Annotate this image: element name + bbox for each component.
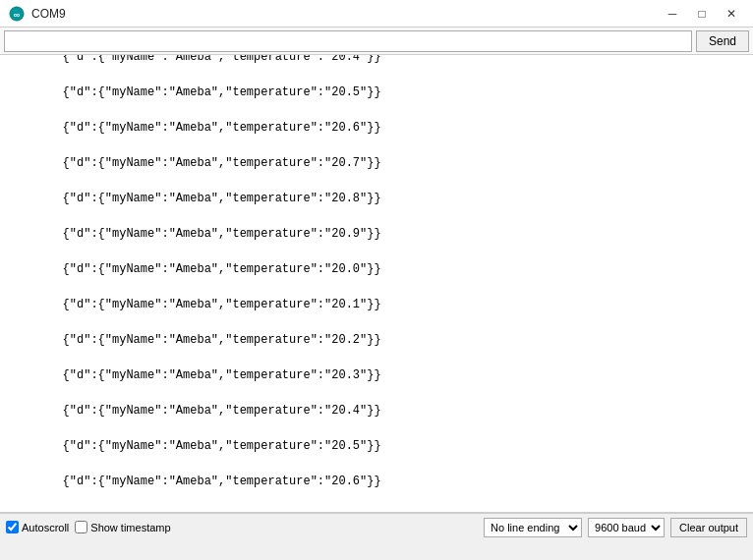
window-title: COM9 <box>31 7 659 21</box>
status-bar: Autoscroll Show timestamp No line ending… <box>0 513 753 540</box>
output-line: {"d":{"myName":"Ameba","temperature":"20… <box>6 402 747 420</box>
serial-output: clientId:d:quickstart:iotsample-ameba:ac… <box>0 55 753 513</box>
maximize-button[interactable]: □ <box>688 3 716 25</box>
clear-output-button[interactable]: Clear output <box>670 518 747 537</box>
output-line: {"d":{"myName":"Ameba","temperature":"20… <box>6 366 747 384</box>
line-ending-select[interactable]: No line ending Newline Carriage return B… <box>484 518 582 537</box>
output-line: {"d":{"myName":"Ameba","temperature":"20… <box>6 473 747 490</box>
output-line: {"d":{"myName":"Ameba","temperature":"20… <box>6 154 747 172</box>
minimize-button[interactable]: ─ <box>659 3 686 25</box>
output-line: {"d":{"myName":"Ameba","temperature":"20… <box>6 190 747 207</box>
baud-rate-select[interactable]: 300 1200 2400 4800 9600 baud 19200 38400… <box>588 518 665 537</box>
show-timestamp-label: Show timestamp <box>90 522 170 533</box>
output-line: {"d":{"myName":"Ameba","temperature":"20… <box>6 437 747 455</box>
serial-input[interactable] <box>4 30 692 52</box>
output-line: {"d":{"myName":"Ameba","temperature":"20… <box>6 260 747 278</box>
svg-text:∞: ∞ <box>14 10 21 20</box>
output-line: {"d":{"myName":"Ameba","temperature":"20… <box>6 119 747 137</box>
output-line: {"d":{"myName":"Ameba","temperature":"20… <box>6 331 747 349</box>
show-timestamp-checkbox[interactable]: Show timestamp <box>75 521 170 533</box>
output-line: {"d":{"myName":"Ameba","temperature":"20… <box>6 225 747 243</box>
show-timestamp-input[interactable] <box>75 521 87 533</box>
app-icon: ∞ <box>8 5 26 23</box>
send-button[interactable]: Send <box>696 30 749 52</box>
window-controls: ─ □ ✕ <box>659 3 745 25</box>
output-line: {"d":{"myName":"Ameba","temperature":"20… <box>6 55 747 66</box>
output-line: {"d":{"myName":"Ameba","temperature":"20… <box>6 296 747 313</box>
autoscroll-label: Autoscroll <box>22 522 69 533</box>
autoscroll-input[interactable] <box>6 521 19 533</box>
output-line: {"d":{"myName":"Ameba","temperature":"20… <box>6 84 747 101</box>
autoscroll-checkbox[interactable]: Autoscroll <box>6 521 69 533</box>
title-bar: ∞ COM9 ─ □ ✕ <box>0 0 753 28</box>
close-button[interactable]: ✕ <box>718 3 745 25</box>
toolbar: Send <box>0 28 753 55</box>
